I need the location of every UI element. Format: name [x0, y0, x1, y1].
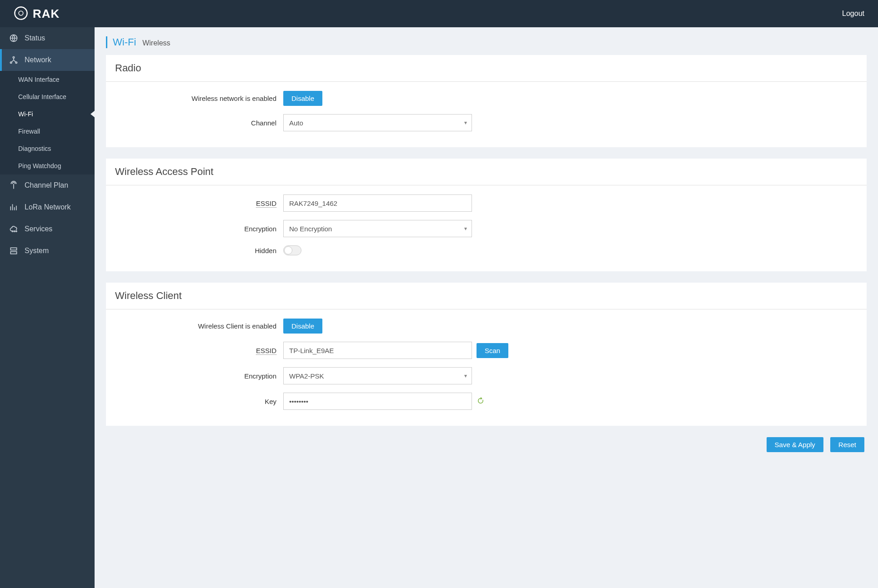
panel-title: Radio — [106, 55, 867, 82]
radio-status-label: Wireless network is enabled — [115, 95, 283, 102]
panel-title: Wireless Access Point — [106, 159, 867, 185]
sidebar-subitems-network: WAN Interface Cellular Interface Wi-Fi F… — [0, 71, 95, 174]
client-essid-label: ESSID — [256, 347, 276, 355]
sidebar-item-lora-network[interactable]: LoRa Network — [0, 196, 95, 218]
sidebar-label: Channel Plan — [25, 181, 68, 189]
sidebar-label: LoRa Network — [25, 203, 70, 211]
sidebar-item-channel-plan[interactable]: Channel Plan — [0, 174, 95, 196]
breadcrumb-main: Wi-Fi — [113, 36, 136, 48]
sidebar-item-services[interactable]: Services — [0, 218, 95, 240]
channel-select[interactable]: Auto — [283, 114, 472, 131]
logout-link[interactable]: Logout — [842, 10, 864, 18]
globe-icon — [9, 34, 18, 43]
scan-button[interactable]: Scan — [477, 343, 508, 358]
client-encryption-select[interactable]: WPA2-PSK — [283, 367, 472, 384]
breadcrumb: Wi-Fi Wireless — [106, 36, 867, 48]
channel-label: Channel — [115, 119, 283, 127]
sidebar-sub-cellular[interactable]: Cellular Interface — [0, 88, 95, 105]
sidebar-section-network: Network WAN Interface Cellular Interface… — [0, 49, 95, 174]
brand-logo: RAK — [14, 6, 60, 22]
brand-text: RAK — [33, 7, 60, 21]
ap-essid-input[interactable] — [283, 194, 472, 212]
panel-radio: Radio Wireless network is enabled Disabl… — [106, 55, 867, 147]
sidebar-sub-diagnostics[interactable]: Diagnostics — [0, 140, 95, 157]
top-bar: RAK Logout — [0, 0, 878, 27]
ap-encryption-select[interactable]: No Encryption — [283, 220, 472, 237]
svg-point-8 — [16, 231, 17, 232]
sidebar-item-system[interactable]: System — [0, 240, 95, 262]
svg-point-1 — [19, 11, 23, 15]
network-icon — [9, 55, 18, 65]
svg-point-3 — [13, 57, 14, 58]
client-key-input[interactable] — [283, 393, 472, 410]
antenna-icon — [9, 181, 18, 190]
sidebar-sub-pingwatchdog[interactable]: Ping Watchdog — [0, 157, 95, 174]
cloud-icon — [9, 224, 18, 234]
sidebar-sub-wan[interactable]: WAN Interface — [0, 71, 95, 88]
sidebar: Status Network WAN Interface Cellular In… — [0, 27, 95, 588]
sidebar-item-status[interactable]: Status — [0, 27, 95, 49]
sidebar-label: Status — [25, 34, 45, 42]
panel-access-point: Wireless Access Point ESSID Encryption N… — [106, 159, 867, 271]
sidebar-label: System — [25, 247, 49, 255]
svg-point-6 — [12, 231, 13, 232]
brand-icon — [14, 6, 28, 22]
sidebar-sub-firewall[interactable]: Firewall — [0, 123, 95, 140]
ap-hidden-label: Hidden — [115, 247, 283, 254]
ap-hidden-toggle[interactable] — [283, 245, 301, 255]
client-disable-button[interactable]: Disable — [283, 319, 322, 334]
reset-button[interactable]: Reset — [830, 437, 864, 452]
panel-title: Wireless Client — [106, 283, 867, 309]
radio-disable-button[interactable]: Disable — [283, 91, 322, 106]
svg-rect-10 — [10, 252, 16, 254]
panel-wireless-client: Wireless Client Wireless Client is enabl… — [106, 283, 867, 426]
client-status-label: Wireless Client is enabled — [115, 322, 283, 330]
svg-point-7 — [14, 231, 15, 232]
sidebar-item-network[interactable]: Network — [0, 49, 95, 71]
client-key-label: Key — [115, 398, 283, 405]
svg-rect-9 — [10, 248, 16, 250]
sidebar-sub-wifi[interactable]: Wi-Fi — [0, 105, 95, 123]
breadcrumb-sub: Wireless — [142, 39, 170, 47]
server-icon — [9, 246, 18, 255]
sidebar-label: Services — [25, 225, 52, 233]
client-essid-input[interactable] — [283, 342, 472, 359]
ap-essid-label: ESSID — [256, 199, 276, 208]
content-area: Wi-Fi Wireless Radio Wireless network is… — [95, 27, 878, 588]
bars-icon — [9, 203, 18, 212]
ap-encryption-label: Encryption — [115, 225, 283, 233]
action-bar: Save & Apply Reset — [106, 437, 867, 452]
refresh-icon[interactable] — [477, 397, 485, 406]
sidebar-label: Network — [25, 56, 51, 64]
save-apply-button[interactable]: Save & Apply — [767, 437, 823, 452]
client-encryption-label: Encryption — [115, 372, 283, 380]
